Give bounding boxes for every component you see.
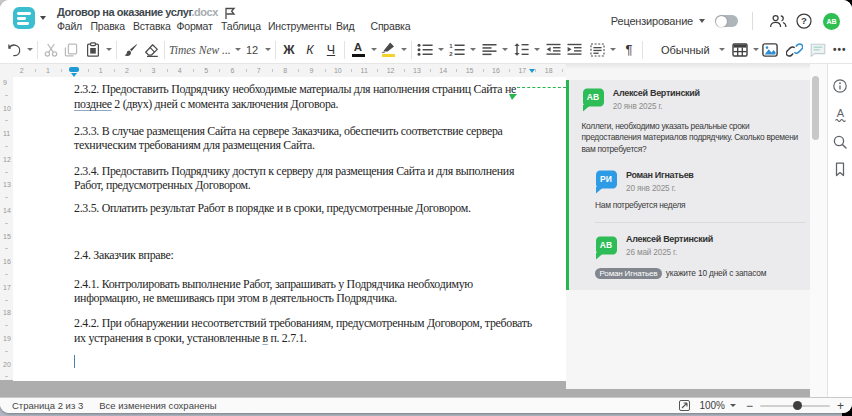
zoom-slider[interactable] [760, 405, 830, 407]
highlight-color-button-caret-icon[interactable] [401, 48, 407, 51]
doc-paragraph-1-line-2[interactable]: позднее 2 (двух) дней с момента заключен… [74, 98, 338, 111]
align-button-caret-icon[interactable] [502, 48, 508, 51]
menu-item-3[interactable]: Вставка [133, 20, 171, 32]
show-marks-button[interactable]: ¶ [620, 39, 638, 61]
font-name-select-caret-icon[interactable] [235, 48, 241, 51]
ruler-number: 20 [3, 360, 11, 367]
vertical-ruler[interactable]: 91011121314151617181920 [0, 77, 13, 380]
image-button[interactable] [761, 39, 779, 61]
ruler-number: 12 [387, 67, 395, 74]
underline-button[interactable]: Ч [322, 39, 340, 61]
line-spacing-button[interactable] [512, 39, 530, 61]
spellcheck-icon[interactable]: А [828, 105, 852, 125]
bold-button[interactable]: Ж [280, 39, 298, 61]
link-button[interactable] [785, 39, 803, 61]
more-tools-button[interactable]: ••• [833, 39, 847, 61]
style-select[interactable]: Обычный [653, 39, 715, 61]
highlight-color-button[interactable] [379, 39, 397, 61]
indent-marker[interactable] [69, 67, 79, 72]
zoom-value[interactable]: 100% [699, 400, 725, 411]
review-toggle[interactable] [715, 15, 738, 27]
paragraph-settings-button[interactable] [588, 39, 606, 61]
mention-chip[interactable]: Роман Игнатьев [595, 268, 662, 279]
page-indicator[interactable]: Страница 2 из 3 [12, 400, 83, 411]
user-avatar[interactable]: АВ [823, 13, 840, 30]
font-color-button-caret-icon[interactable] [371, 48, 377, 51]
numbered-list-button[interactable]: 12 [448, 39, 466, 61]
ruler-number: 14 [3, 207, 11, 214]
search-icon[interactable] [828, 132, 852, 152]
undo-button-caret-icon[interactable] [27, 48, 33, 51]
doc-paragraph-6-line-2[interactable]: информацию, не вмешиваясь при этом в дея… [74, 292, 397, 305]
document-page[interactable]: 2.3.2. Предоставить Подрядчику необходим… [13, 77, 566, 381]
right-indent-marker[interactable] [529, 69, 535, 73]
comment-author: Роман Игнатьев [626, 170, 694, 181]
comment-anchor-icon[interactable] [509, 86, 517, 92]
ruler-number: 15 [466, 67, 474, 74]
increase-indent-button[interactable] [565, 39, 583, 61]
zoom-slider-knob[interactable] [793, 401, 802, 410]
panel-scrollbar-thumb[interactable] [812, 76, 819, 140]
paste-button[interactable] [84, 39, 102, 61]
comment-thread[interactable]: АВАлексей Вертинский20 янв 2025 г.Коллег… [566, 80, 810, 290]
menu-item-4[interactable]: Формат [177, 20, 213, 32]
format-painter-button[interactable] [121, 39, 139, 61]
collaboration-icon[interactable] [765, 10, 791, 32]
doc-paragraph-1-line-1[interactable]: 2.3.2. Предоставить Подрядчику необходим… [74, 83, 516, 96]
svg-text:?: ? [801, 15, 807, 26]
doc-paragraph-4-line-1[interactable]: 2.3.5. Оплатить результат Работ в порядк… [74, 202, 471, 215]
zoom-in-button[interactable]: + [837, 401, 844, 411]
ruler-corner [0, 64, 13, 77]
review-caret-icon[interactable] [699, 19, 705, 23]
fit-width-icon[interactable] [679, 400, 690, 411]
bookmark-icon[interactable] [828, 159, 852, 179]
menu-item-8[interactable]: Справка [371, 20, 411, 32]
line-spacing-button-caret-icon[interactable] [534, 48, 540, 51]
review-mode-label[interactable]: Рецензирование [611, 15, 693, 27]
comment-button[interactable] [809, 39, 827, 61]
doc-paragraph-7-line-1[interactable]: 2.4.2. При обнаружении несоответствий тр… [74, 317, 532, 330]
cut-button[interactable] [42, 39, 60, 61]
decrease-indent-button[interactable] [544, 39, 562, 61]
font-name-select[interactable]: Times New ... [169, 39, 231, 61]
help-icon[interactable]: ? [791, 10, 817, 32]
statusbar-left: Страница 2 из 3 Все изменения сохранены [12, 398, 217, 413]
table-button-caret-icon[interactable] [753, 48, 759, 51]
undo-button[interactable] [5, 39, 23, 61]
menu-item-7[interactable]: Вид [336, 20, 354, 32]
copy-button[interactable] [62, 39, 80, 61]
doc-paragraph-6-line-1[interactable]: 2.4.1. Контролировать выполнение Работ, … [74, 278, 473, 291]
horizontal-ruler[interactable]: 21123456789101112131415161718 [13, 64, 566, 77]
menu-item-5[interactable]: Таблица [221, 20, 261, 32]
panel-scrollbar[interactable] [810, 64, 827, 397]
doc-paragraph-5-line-1[interactable]: 2.4. Заказчик вправе: [74, 249, 174, 262]
bullet-list-button[interactable] [416, 39, 434, 61]
font-size-select[interactable]: 12 [243, 39, 261, 61]
menu-item-2[interactable]: Правка [91, 20, 125, 32]
bullet-list-button-caret-icon[interactable] [438, 48, 444, 51]
doc-paragraph-2-line-1[interactable]: 2.3.3. В случае размещения Сайта на серв… [74, 125, 503, 138]
doc-paragraph-3-line-1[interactable]: 2.3.4. Предоставить Подрядчику доступ к … [74, 165, 514, 178]
doc-paragraph-2-line-2[interactable]: техническим требованиям для размещения С… [74, 139, 315, 152]
menu-item-6[interactable]: Инструменты [268, 20, 331, 32]
info-icon[interactable] [828, 76, 852, 96]
italic-button[interactable]: К [301, 39, 319, 61]
paragraph-settings-button-caret-icon[interactable] [610, 48, 616, 51]
comment-date: 20 янв 2025 г. [626, 184, 676, 194]
font-color-button[interactable]: А [349, 39, 367, 61]
font-size-select-caret-icon[interactable] [265, 48, 271, 51]
table-button[interactable] [731, 39, 749, 61]
clear-format-button[interactable] [142, 39, 160, 61]
align-button[interactable] [480, 39, 498, 61]
flag-icon[interactable] [224, 7, 236, 20]
zoom-caret-icon[interactable] [730, 404, 736, 407]
paste-button-caret-icon[interactable] [106, 48, 112, 51]
zoom-out-button[interactable]: − [746, 401, 753, 411]
toolbar-divider [275, 41, 276, 59]
numbered-list-button-caret-icon[interactable] [470, 48, 476, 51]
doc-paragraph-3-line-2[interactable]: Работ, предусмотренных Договором. [74, 179, 251, 192]
style-select-caret-icon[interactable] [719, 48, 725, 51]
menu-item-1[interactable]: Файл [57, 20, 82, 32]
doc-paragraph-7-line-2[interactable]: их устранения в сроки, установленные в п… [74, 332, 307, 345]
font-size-value: 12 [245, 44, 260, 56]
